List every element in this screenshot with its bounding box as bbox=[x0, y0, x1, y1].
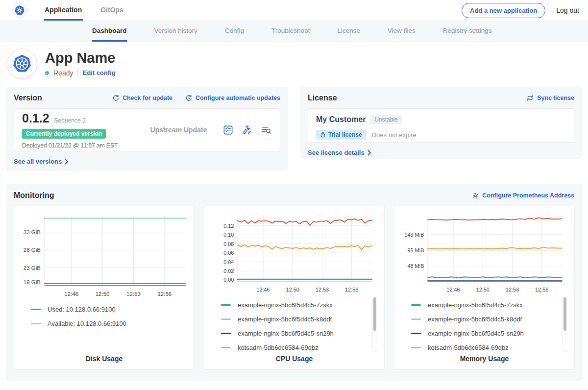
svg-text:12:53: 12:53 bbox=[126, 291, 141, 297]
svg-text:28 GiB: 28 GiB bbox=[24, 247, 41, 253]
chevron-right-icon bbox=[64, 159, 69, 165]
topnav-tabs: Application GitOps bbox=[44, 0, 124, 21]
customer-name: My Customer bbox=[316, 115, 366, 124]
legend-item: Used: 10.128.0.66:9100 bbox=[31, 302, 181, 317]
memory-usage-plot: 12:4612:5012:5312:5648 MiB95 MiB143 MiB bbox=[398, 210, 571, 295]
legend-label: Available: 10.128.0.66:9100 bbox=[48, 320, 126, 327]
see-license-details-link[interactable]: See license details bbox=[308, 149, 371, 156]
tab-version-history[interactable]: Version history bbox=[154, 21, 198, 42]
legend-label: example-nginx-5bc6f5d4c5-7zskx bbox=[428, 301, 523, 309]
svg-text:19 GiB: 19 GiB bbox=[24, 279, 41, 285]
chart-cpu-usage: 12:4612:5012:5312:560.000.020.040.060.08… bbox=[204, 206, 385, 369]
legend-swatch bbox=[31, 309, 41, 310]
svg-text:12:50: 12:50 bbox=[286, 287, 299, 292]
logout-button[interactable]: Log out bbox=[556, 6, 579, 14]
chevron-right-icon bbox=[367, 150, 371, 156]
tab-license[interactable]: License bbox=[337, 21, 360, 42]
svg-text:23 GiB: 23 GiB bbox=[24, 265, 41, 271]
tab-config[interactable]: Config bbox=[225, 21, 244, 42]
svg-text:0.12: 0.12 bbox=[223, 223, 234, 229]
legend-item: Available: 10.128.0.66:9100 bbox=[31, 317, 181, 331]
legend-swatch bbox=[221, 318, 231, 320]
app-logo bbox=[0, 0, 44, 21]
svg-text:0.10: 0.10 bbox=[223, 232, 234, 238]
svg-text:0.04: 0.04 bbox=[223, 259, 234, 265]
tab-dashboard[interactable]: Dashboard bbox=[92, 21, 127, 42]
version-card-title: Version bbox=[14, 94, 42, 102]
clock-refresh-icon bbox=[185, 95, 193, 102]
chart-memory-usage: 12:4612:5012:5312:5648 MiB95 MiB143 MiB … bbox=[394, 206, 575, 369]
channel-badge: Unstable bbox=[370, 115, 401, 124]
sync-license-link[interactable]: Sync license bbox=[526, 95, 574, 101]
edit-config-link[interactable]: Edit config bbox=[82, 69, 115, 76]
app-kubernetes-icon bbox=[7, 49, 37, 79]
legend-swatch bbox=[411, 333, 421, 334]
app-header: App Name Ready Edit config bbox=[0, 42, 588, 85]
topnav-tab-application[interactable]: Application bbox=[44, 0, 83, 21]
svg-text:95 MiB: 95 MiB bbox=[407, 247, 424, 253]
configure-prometheus-link[interactable]: Configure Prometheus Address bbox=[472, 192, 574, 199]
current-version-card: 0.1.2 Sequence 2 Currently deployed vers… bbox=[14, 108, 280, 151]
tab-registry-settings[interactable]: Registry settings bbox=[443, 21, 492, 42]
config-wrench-icon[interactable] bbox=[242, 124, 253, 136]
chart-title: Disk Usage bbox=[18, 355, 190, 363]
svg-text:12:50: 12:50 bbox=[476, 287, 490, 292]
legend-scrollbar[interactable] bbox=[563, 296, 568, 352]
legend-swatch bbox=[221, 347, 231, 348]
stopwatch-icon bbox=[320, 132, 326, 138]
kubernetes-logo-icon bbox=[12, 3, 27, 18]
legend-swatch bbox=[221, 333, 231, 334]
svg-text:0.02: 0.02 bbox=[223, 268, 234, 274]
tab-view-files[interactable]: View files bbox=[388, 21, 416, 42]
configure-automatic-updates-link[interactable]: Configure automatic updates bbox=[185, 95, 280, 102]
svg-text:12:46: 12:46 bbox=[446, 287, 460, 292]
disk-usage-legend: Used: 10.128.0.66:9100Available: 10.128.… bbox=[18, 299, 190, 331]
trial-license-badge: Trial license bbox=[316, 130, 366, 140]
view-files-diff-icon[interactable] bbox=[261, 124, 272, 136]
legend-scrollbar[interactable] bbox=[372, 296, 378, 352]
legend-label: Used: 10.128.0.66:9100 bbox=[48, 306, 116, 313]
legend-scrollbar-thumb[interactable] bbox=[564, 297, 566, 331]
add-application-button[interactable]: Add a new application bbox=[462, 3, 545, 18]
chart-title: CPU Usage bbox=[208, 355, 380, 363]
svg-text:12:46: 12:46 bbox=[64, 291, 78, 297]
deployed-timestamp: Deployed 01/21/22 @ 11:57 am EST bbox=[22, 142, 135, 149]
top-nav: Application GitOps Add a new application… bbox=[0, 0, 588, 21]
legend-item: kotsadm-5db6dc6584-69qbz bbox=[411, 341, 562, 355]
legend-swatch bbox=[411, 347, 421, 348]
legend-scrollbar-thumb[interactable] bbox=[373, 297, 376, 331]
license-card-title: License bbox=[308, 94, 337, 102]
svg-text:12:56: 12:56 bbox=[157, 291, 172, 297]
license-detail-card: My Customer Unstable Trial license Does … bbox=[308, 108, 574, 143]
svg-text:143 MiB: 143 MiB bbox=[404, 232, 424, 238]
app-sub-nav: Dashboard Version history Config Trouble… bbox=[0, 21, 588, 42]
legend-item: example-nginx-5bc6f5d4c5-7zskx bbox=[221, 298, 371, 312]
tab-troubleshoot[interactable]: Troubleshoot bbox=[271, 21, 310, 42]
svg-text:48 MiB: 48 MiB bbox=[407, 263, 424, 269]
legend-label: example-nginx-5bc6f5d4c5-k8ddf bbox=[238, 316, 332, 323]
legend-label: kotsadm-5db6dc6584-69qbz bbox=[428, 344, 509, 351]
see-all-versions-link[interactable]: See all versions bbox=[14, 158, 69, 165]
memory-usage-legend: example-nginx-5bc6f5d4c5-7zskxexample-ng… bbox=[398, 295, 570, 355]
chart-disk-usage: 12:4612:5012:5312:5619 GiB23 GiB28 GiB33… bbox=[14, 206, 195, 369]
legend-swatch bbox=[411, 318, 421, 320]
preflight-checks-icon[interactable] bbox=[222, 124, 234, 136]
version-card: Version Check for update Configure au bbox=[6, 87, 288, 171]
refresh-icon bbox=[112, 95, 120, 102]
topnav-tab-gitops[interactable]: GitOps bbox=[99, 0, 124, 21]
status-text: Ready bbox=[53, 69, 73, 77]
page-title: App Name bbox=[45, 50, 116, 66]
check-for-update-link[interactable]: Check for update bbox=[112, 95, 172, 102]
legend-label: example-nginx-5bc6f5d4c5-7zskx bbox=[238, 301, 333, 309]
legend-label: example-nginx-5bc6f5d4c5-k8ddf bbox=[428, 316, 522, 323]
cpu-usage-legend: example-nginx-5bc6f5d4c5-7zskxexample-ng… bbox=[208, 295, 380, 355]
status-dot bbox=[45, 71, 49, 75]
license-expiry: Does not expire bbox=[372, 131, 416, 139]
legend-label: kotsadm-5db6dc6584-69qbz bbox=[238, 344, 318, 351]
svg-text:12:56: 12:56 bbox=[345, 287, 358, 292]
charts-row: 12:4612:5012:5312:5619 GiB23 GiB28 GiB33… bbox=[14, 206, 574, 369]
svg-text:12:56: 12:56 bbox=[535, 287, 548, 292]
summary-cards-row: Version Check for update Configure au bbox=[6, 87, 582, 171]
legend-swatch bbox=[221, 304, 231, 306]
chart-title: Memory Usage bbox=[398, 355, 570, 363]
